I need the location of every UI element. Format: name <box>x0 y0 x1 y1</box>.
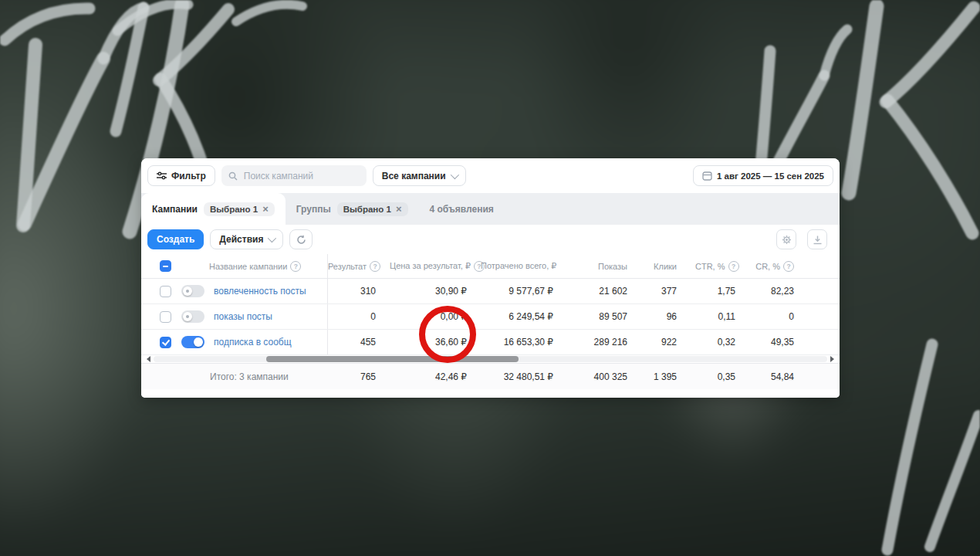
column-header-label: CR, % <box>755 262 780 271</box>
remove-selection-icon[interactable]: × <box>262 205 269 213</box>
table-row: вовлеченность посты 310 30,90 ₽ 9 577,67… <box>141 279 840 304</box>
filter-button-label: Фильтр <box>171 171 206 181</box>
panel-bottom-padding <box>141 389 840 398</box>
cell-impressions: 89 507 <box>567 311 641 322</box>
column-header-label: Название кампании <box>209 262 287 271</box>
scroll-right-arrow-icon[interactable] <box>830 356 834 362</box>
scrollbar-track[interactable] <box>154 356 827 362</box>
search-field[interactable] <box>221 165 367 186</box>
cell-impressions: 289 216 <box>567 337 641 348</box>
totals-spent: 32 480,51 ₽ <box>481 371 567 382</box>
totals-cost-per-result: 42,46 ₽ <box>390 371 481 382</box>
remove-selection-icon[interactable]: × <box>396 205 402 213</box>
totals-impressions: 400 325 <box>567 371 641 382</box>
table-header-row: Название кампании ? Результат ? Цена за … <box>141 254 840 279</box>
cell-result: 0 <box>328 311 390 322</box>
cell-impressions: 21 602 <box>567 286 641 297</box>
column-header-label: Цена за результат, ₽ <box>390 261 471 271</box>
selection-count-label: Выбрано 1 <box>343 205 391 214</box>
cell-cost-per-result: 30,90 ₽ <box>390 286 481 297</box>
header-cell-result[interactable]: Результат ? <box>328 261 390 272</box>
cell-result: 310 <box>328 286 390 297</box>
header-cell-name: Название кампании ? <box>141 254 328 278</box>
calendar-icon <box>702 171 712 181</box>
cell-result: 455 <box>328 337 390 348</box>
filter-button[interactable]: Фильтр <box>147 165 215 186</box>
help-icon[interactable]: ? <box>728 261 739 272</box>
export-download-button[interactable] <box>807 229 827 249</box>
header-cell-spent[interactable]: Потрачено всего, ₽ <box>481 261 567 271</box>
header-cell-clicks[interactable]: Клики <box>641 262 695 271</box>
selection-count-label: Выбрано 1 <box>210 205 258 214</box>
campaign-name-link[interactable]: подписка в сообщ <box>214 337 292 348</box>
scroll-left-arrow-icon[interactable] <box>147 356 150 362</box>
table-row: показы посты 0 0,00 ₽ 6 249,54 ₽ 89 507 … <box>141 304 840 330</box>
column-header-label: CTR, % <box>695 262 725 271</box>
horizontal-scrollbar <box>141 355 840 363</box>
cell-ctr: 1,75 <box>695 286 754 297</box>
cell-cr: 82,23 <box>754 286 817 297</box>
cell-spent: 16 653,30 ₽ <box>481 337 567 348</box>
actions-toolbar: Создать Действия <box>141 225 840 254</box>
column-header-label: Показы <box>598 262 627 271</box>
campaign-scope-label: Все кампании <box>382 171 446 181</box>
search-input[interactable] <box>242 170 360 182</box>
cell-spent: 9 577,67 ₽ <box>481 286 567 297</box>
row-checkbox[interactable] <box>160 337 171 348</box>
column-header-label: Клики <box>654 262 677 271</box>
create-button-label: Создать <box>157 234 194 245</box>
table-settings-button[interactable] <box>776 229 796 249</box>
scrollbar-thumb[interactable] <box>266 356 519 362</box>
tab-campaigns[interactable]: Кампании Выбрано 1 × <box>141 193 286 225</box>
header-cell-cr[interactable]: CR, % ? <box>754 261 817 272</box>
cell-ctr: 0,11 <box>695 311 754 322</box>
campaign-name-link[interactable]: показы посты <box>214 311 272 322</box>
help-icon[interactable]: ? <box>783 261 794 272</box>
help-icon[interactable]: ? <box>370 261 380 272</box>
row-checkbox[interactable] <box>160 286 171 297</box>
campaign-status-toggle[interactable] <box>181 285 204 297</box>
cell-clicks: 377 <box>641 286 695 297</box>
header-cell-ctr[interactable]: CTR, % ? <box>695 261 754 272</box>
gear-icon <box>782 235 792 245</box>
vk-ads-campaigns-panel: Фильтр Все кампании <box>141 158 840 398</box>
chevron-down-icon <box>268 234 276 242</box>
campaign-scope-dropdown[interactable]: Все кампании <box>373 165 466 186</box>
date-range-button[interactable]: 1 авг 2025 — 15 сен 2025 <box>693 165 833 186</box>
cell-cr: 49,35 <box>754 337 817 348</box>
chevron-down-icon <box>450 170 458 178</box>
row-checkbox[interactable] <box>160 311 171 323</box>
table-row: подписка в сообщ 455 36,60 ₽ 16 653,30 ₽… <box>141 330 840 355</box>
campaign-status-toggle[interactable] <box>181 336 204 348</box>
cell-clicks: 922 <box>641 337 695 348</box>
date-range-label: 1 авг 2025 — 15 сен 2025 <box>717 171 824 181</box>
refresh-button[interactable] <box>289 229 313 249</box>
table-totals-row: Итого: 3 кампании 765 42,46 ₽ 32 480,51 … <box>141 363 840 389</box>
help-icon[interactable]: ? <box>290 261 301 272</box>
screenshot-root: Фильтр Все кампании <box>0 0 980 556</box>
cell-cost-per-result: 0,00 ₽ <box>390 311 481 322</box>
refresh-icon <box>296 235 306 245</box>
header-cell-impressions[interactable]: Показы <box>567 262 641 271</box>
tab-campaigns-label: Кампании <box>152 204 198 215</box>
totals-result: 765 <box>328 371 390 382</box>
create-button[interactable]: Создать <box>147 229 204 249</box>
column-header-label: Результат <box>328 262 367 271</box>
entity-tabs: Кампании Выбрано 1 × Группы Выбрано 1 × … <box>141 193 840 225</box>
totals-label: Итого: 3 кампании <box>210 371 289 382</box>
tab-groups-selection-badge: Выбрано 1 × <box>337 202 408 216</box>
tab-groups[interactable]: Группы Выбрано 1 × <box>286 193 419 225</box>
cell-cost-per-result: 36,60 ₽ <box>390 337 481 348</box>
select-all-checkbox[interactable] <box>160 260 171 272</box>
actions-dropdown-label: Действия <box>219 234 263 245</box>
cell-clicks: 96 <box>641 311 695 322</box>
tab-ads[interactable]: 4 объявления <box>419 193 505 225</box>
tab-ads-label: 4 объявления <box>430 204 494 215</box>
header-cell-cost-per-result[interactable]: Цена за результат, ₽ ? <box>390 261 481 272</box>
tab-campaigns-selection-badge: Выбрано 1 × <box>204 202 275 216</box>
actions-dropdown[interactable]: Действия <box>210 229 283 249</box>
search-icon <box>228 171 238 181</box>
campaign-name-link[interactable]: вовлеченность посты <box>214 286 306 297</box>
campaign-status-toggle[interactable] <box>181 310 204 323</box>
cell-ctr: 0,32 <box>695 337 754 348</box>
